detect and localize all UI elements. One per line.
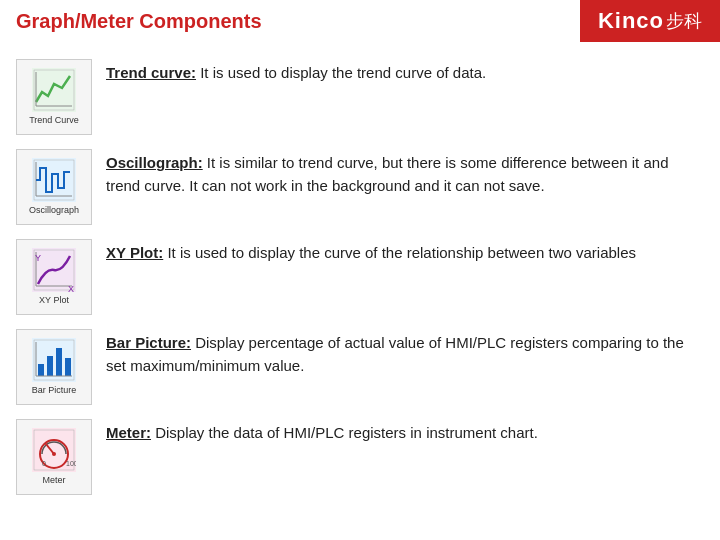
logo-area: Kinco 步科 [580, 0, 720, 42]
meter-icon: 0 100 [32, 428, 76, 472]
svg-rect-16 [38, 364, 44, 376]
meter-label: Meter [42, 475, 65, 486]
bar-picture-label: Bar Picture [32, 385, 77, 396]
xy-plot-icon-box: Y X XY Plot [16, 239, 92, 315]
trend-curve-label: Trend Curve [29, 115, 79, 126]
trend-curve-icon-box: Trend Curve [16, 59, 92, 135]
svg-rect-0 [32, 68, 76, 112]
list-item: Oscillograph Oscillograph: It is similar… [16, 142, 700, 232]
svg-rect-17 [47, 356, 53, 376]
meter-desc: Meter: Display the data of HMI/PLC regis… [106, 419, 538, 444]
meter-icon-box: 0 100 Meter [16, 419, 92, 495]
trend-curve-icon [32, 68, 76, 112]
list-item: Bar Picture Bar Picture: Display percent… [16, 322, 700, 412]
svg-rect-18 [56, 348, 62, 376]
oscillograph-icon-box: Oscillograph [16, 149, 92, 225]
list-item: Trend Curve Trend curve: It is used to d… [16, 52, 700, 142]
logo-brand: Kinco [598, 8, 664, 34]
header: Graph/Meter Components Kinco 步科 [0, 0, 720, 42]
main-content: Trend Curve Trend curve: It is used to d… [0, 42, 720, 512]
oscillograph-icon [32, 158, 76, 202]
bar-picture-icon-box: Bar Picture [16, 329, 92, 405]
xy-plot-label: XY Plot [39, 295, 69, 306]
svg-point-26 [52, 452, 56, 456]
bar-picture-icon [32, 338, 76, 382]
oscillograph-label: Oscillograph [29, 205, 79, 216]
xy-plot-icon: Y X [32, 248, 76, 292]
svg-text:X: X [68, 284, 74, 292]
bar-picture-desc: Bar Picture: Display percentage of actua… [106, 329, 700, 378]
svg-text:Y: Y [35, 253, 41, 263]
trend-curve-desc: Trend curve: It is used to display the t… [106, 59, 486, 84]
logo-chinese: 步科 [666, 9, 702, 33]
page-title: Graph/Meter Components [16, 10, 262, 33]
oscillograph-desc: Oscillograph: It is similar to trend cur… [106, 149, 700, 198]
svg-text:100: 100 [66, 460, 76, 467]
list-item: Y X XY Plot XY Plot: It is used to displ… [16, 232, 700, 322]
xy-plot-desc: XY Plot: It is used to display the curve… [106, 239, 636, 264]
list-item: 0 100 Meter Meter: Display the data of H… [16, 412, 700, 502]
svg-text:0: 0 [42, 460, 46, 467]
svg-rect-19 [65, 358, 71, 376]
